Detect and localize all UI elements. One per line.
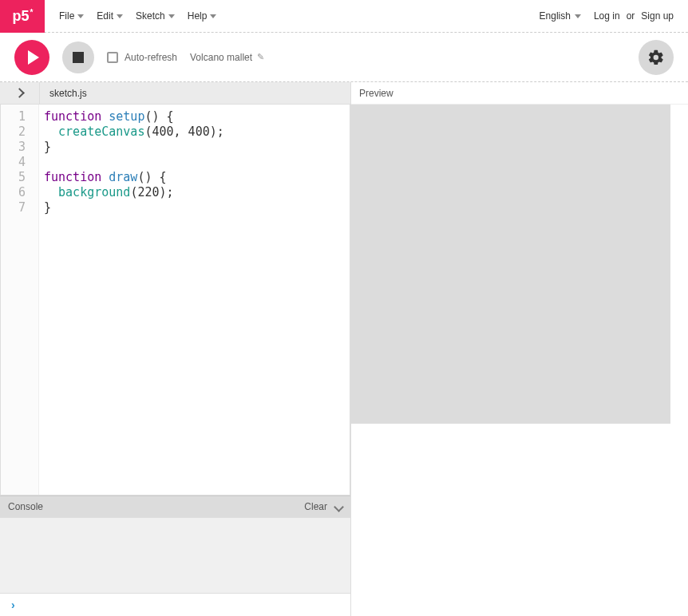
or-text: or — [627, 10, 635, 22]
login-link[interactable]: Log in — [594, 10, 620, 22]
code-editor[interactable]: 1 2 3 4 5 6 7 function setup() { createC… — [0, 105, 350, 496]
sidebar-expand-button[interactable] — [0, 82, 40, 105]
sketch-name-text: Volcano mallet — [190, 52, 252, 63]
p5-logo[interactable]: p5* — [0, 0, 45, 33]
caret-down-icon — [210, 14, 216, 18]
menu-edit[interactable]: Edit — [90, 6, 129, 26]
current-file-tab[interactable]: sketch.js — [40, 88, 87, 99]
menu-file-label: File — [59, 10, 74, 22]
preview-canvas — [351, 105, 670, 424]
console-prompt-icon: › — [11, 598, 15, 611]
caret-down-icon — [77, 14, 84, 18]
play-button[interactable] — [14, 40, 49, 75]
play-icon — [28, 50, 39, 65]
sketch-name[interactable]: Volcano mallet ✎ — [190, 52, 264, 63]
menu-help-label: Help — [188, 10, 208, 22]
chevron-right-icon — [14, 88, 25, 98]
autorefresh-checkbox[interactable] — [107, 52, 118, 63]
console-collapse-button[interactable] — [334, 502, 344, 512]
language-selector[interactable]: English — [540, 10, 581, 22]
stop-icon — [73, 52, 84, 63]
menu-help[interactable]: Help — [181, 6, 223, 26]
menu-file[interactable]: File — [53, 6, 90, 26]
line-gutter: 1 2 3 4 5 6 7 — [1, 105, 39, 495]
signup-link[interactable]: Sign up — [641, 10, 674, 22]
menu-sketch[interactable]: Sketch — [129, 6, 181, 26]
caret-down-icon — [117, 14, 123, 18]
autorefresh-label: Auto-refresh — [125, 52, 177, 63]
pencil-icon: ✎ — [257, 52, 264, 62]
logo-text: p5 — [13, 8, 30, 25]
console-output — [0, 517, 350, 593]
menu-sketch-label: Sketch — [136, 10, 165, 22]
gear-icon — [647, 49, 665, 66]
logo-asterisk: * — [30, 8, 34, 17]
console-title: Console — [8, 501, 43, 512]
caret-down-icon — [575, 14, 581, 18]
console-clear-button[interactable]: Clear — [304, 501, 327, 512]
preview-title: Preview — [359, 88, 393, 99]
settings-button[interactable] — [639, 40, 674, 75]
language-label: English — [540, 10, 571, 22]
menu-edit-label: Edit — [97, 10, 113, 22]
stop-button[interactable] — [62, 41, 94, 73]
code-content[interactable]: function setup() { createCanvas(400, 400… — [39, 105, 350, 495]
caret-down-icon — [168, 14, 175, 18]
console-input[interactable]: › — [0, 593, 350, 616]
